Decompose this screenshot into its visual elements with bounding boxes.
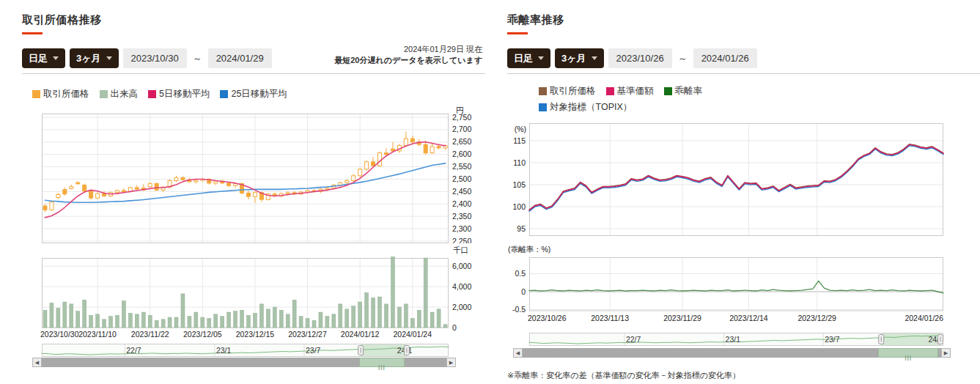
- interval-dropdown-label: 日足: [29, 52, 48, 65]
- svg-text:105: 105: [512, 180, 526, 189]
- svg-text:(%): (%): [515, 125, 526, 133]
- svg-text:2023/11/29: 2023/11/29: [663, 314, 701, 322]
- deviation-chart-legend: 取引所価格 基準価額 乖離率 対象指標（TOPIX）: [539, 85, 744, 114]
- svg-text:2023/11/13: 2023/11/13: [591, 314, 629, 322]
- range-navigator[interactable]: 22/723/123/724/1: [507, 333, 980, 349]
- legend-swatch: [539, 103, 547, 111]
- legend-swatch: [539, 87, 547, 95]
- period-dropdown-label: 3ヶ月: [561, 52, 586, 65]
- svg-text:2024/01/12: 2024/01/12: [341, 330, 380, 339]
- legend-item: 5日移動平均: [148, 88, 210, 100]
- chart-controls: 日足 3ヶ月 2023/10/30 ～ 2024/01/29: [22, 48, 272, 68]
- period-dropdown[interactable]: 3ヶ月: [70, 48, 119, 68]
- svg-text:0: 0: [452, 323, 457, 332]
- deviation-footnote: ※乖離率：変化率の差（基準価額の変化率－対象指標の変化率）: [507, 370, 740, 381]
- deviation-line-chart: (%)95100105110115: [507, 122, 980, 240]
- range-scrollbar[interactable]: ◀▶|||: [32, 358, 456, 367]
- svg-text:2,250: 2,250: [452, 237, 471, 244]
- date-from-field[interactable]: 2023/10/26: [608, 48, 672, 68]
- svg-text:2,600: 2,600: [452, 149, 471, 158]
- svg-text:23/7: 23/7: [306, 346, 321, 355]
- svg-text:4,000: 4,000: [452, 282, 471, 291]
- legend-item: 取引所価格: [539, 85, 596, 97]
- chart-controls: 日足 3ヶ月 2023/10/26 ～ 2024/01/26: [507, 48, 757, 68]
- legend-item: 出来高: [100, 88, 139, 100]
- as-of-date: 2024年01月29日 現在: [334, 44, 482, 55]
- interval-dropdown[interactable]: 日足: [507, 48, 550, 68]
- page-title: 乖離率推移: [507, 13, 980, 27]
- legend-item: 25日移動平均: [220, 88, 287, 100]
- svg-text:2023/11/10: 2023/11/10: [78, 330, 117, 339]
- svg-text:6,000: 6,000: [452, 262, 471, 270]
- title-underline: [22, 32, 43, 34]
- svg-text:2023/12/14: 2023/12/14: [729, 314, 768, 322]
- svg-text:0.5: 0.5: [515, 269, 526, 278]
- svg-text:2,000: 2,000: [452, 303, 471, 311]
- volume-axis-unit: 千口: [453, 245, 468, 256]
- chevron-down-icon: [106, 56, 112, 60]
- svg-text:2,750: 2,750: [452, 114, 471, 122]
- legend-swatch: [100, 90, 108, 98]
- svg-text:22/7: 22/7: [126, 346, 141, 355]
- page: 取引所価格推移 日足 3ヶ月 2023/10/30 ～ 2024/01/29 2…: [0, 0, 980, 384]
- svg-text:2023/12/05: 2023/12/05: [183, 330, 222, 339]
- date-range-separator: ～: [193, 52, 202, 65]
- range-scrollbar[interactable]: ◀▶|||: [513, 348, 951, 358]
- chevron-down-icon: [592, 56, 597, 60]
- thumb-grip-icon: |||: [905, 354, 912, 361]
- page-title: 取引所価格推移: [22, 13, 485, 27]
- svg-text:2,400: 2,400: [452, 199, 471, 208]
- period-dropdown[interactable]: 3ヶ月: [555, 48, 604, 68]
- scroll-thumb[interactable]: |||: [359, 358, 405, 367]
- deviation-rate-sub-chart: -0.500.52023/10/262023/11/132023/11/2920…: [507, 257, 980, 328]
- scroll-right-arrow-icon[interactable]: ▶: [446, 358, 456, 367]
- scroll-thumb[interactable]: |||: [878, 348, 938, 358]
- svg-text:100: 100: [512, 202, 526, 211]
- svg-text:2023/12/29: 2023/12/29: [797, 314, 836, 322]
- date-from-field[interactable]: 2023/10/30: [123, 48, 187, 68]
- scroll-left-arrow-icon[interactable]: ◀: [32, 358, 42, 367]
- svg-text:2,550: 2,550: [452, 162, 471, 171]
- legend-item: 基準価額: [606, 85, 654, 97]
- svg-text:-0.5: -0.5: [512, 305, 526, 314]
- interval-dropdown-label: 日足: [514, 52, 533, 65]
- legend-swatch: [220, 90, 228, 98]
- svg-text:2,450: 2,450: [452, 187, 471, 196]
- svg-text:23/1: 23/1: [216, 346, 232, 355]
- svg-text:95: 95: [517, 224, 526, 233]
- svg-text:2,650: 2,650: [452, 137, 471, 146]
- date-range-separator: ～: [678, 52, 688, 65]
- divider: [507, 73, 980, 74]
- svg-text:23/7: 23/7: [825, 335, 840, 344]
- svg-text:2023/10/30: 2023/10/30: [40, 330, 79, 339]
- delay-notice: 最短20分遅れのデータを表示しています: [334, 55, 482, 66]
- volume-bar-chart: 02,0004,0006,0002023/10/302023/11/102023…: [22, 256, 485, 344]
- divider: [22, 73, 485, 74]
- svg-text:23/1: 23/1: [726, 335, 741, 344]
- legend-swatch: [32, 90, 40, 98]
- thumb-grip-icon: |||: [378, 363, 386, 370]
- svg-text:22/7: 22/7: [626, 335, 641, 344]
- deviation-rate-panel: 乖離率推移 日足 3ヶ月 2023/10/26 ～ 2024/01/26 取引所…: [507, 13, 980, 380]
- svg-text:2,700: 2,700: [452, 125, 471, 133]
- exchange-price-panel: 取引所価格推移 日足 3ヶ月 2023/10/30 ～ 2024/01/29 2…: [22, 13, 485, 380]
- legend-swatch: [664, 87, 672, 95]
- svg-text:2024/01/24: 2024/01/24: [393, 330, 432, 339]
- scroll-right-arrow-icon[interactable]: ▶: [941, 348, 951, 358]
- interval-dropdown[interactable]: 日足: [22, 48, 65, 68]
- title-underline: [507, 32, 528, 34]
- svg-text:2024/01/26: 2024/01/26: [905, 314, 943, 322]
- data-status: 2024年01月29日 現在 最短20分遅れのデータを表示しています: [334, 44, 482, 66]
- legend-item: 乖離率: [664, 85, 703, 97]
- date-to-field[interactable]: 2024/01/26: [693, 48, 757, 68]
- deviation-sub-axis-label: (乖離率：%): [508, 245, 550, 255]
- svg-text:115: 115: [513, 136, 526, 145]
- svg-text:2,350: 2,350: [452, 212, 471, 221]
- svg-text:2023/12/15: 2023/12/15: [236, 330, 275, 339]
- svg-text:2023/12/27: 2023/12/27: [288, 330, 327, 339]
- legend-swatch: [148, 90, 156, 98]
- date-to-field[interactable]: 2024/01/29: [208, 48, 272, 68]
- legend-swatch: [606, 87, 614, 95]
- scroll-left-arrow-icon[interactable]: ◀: [513, 348, 523, 358]
- price-candlestick-chart: 2,2502,3002,3502,4002,4502,5002,5502,600…: [22, 114, 485, 246]
